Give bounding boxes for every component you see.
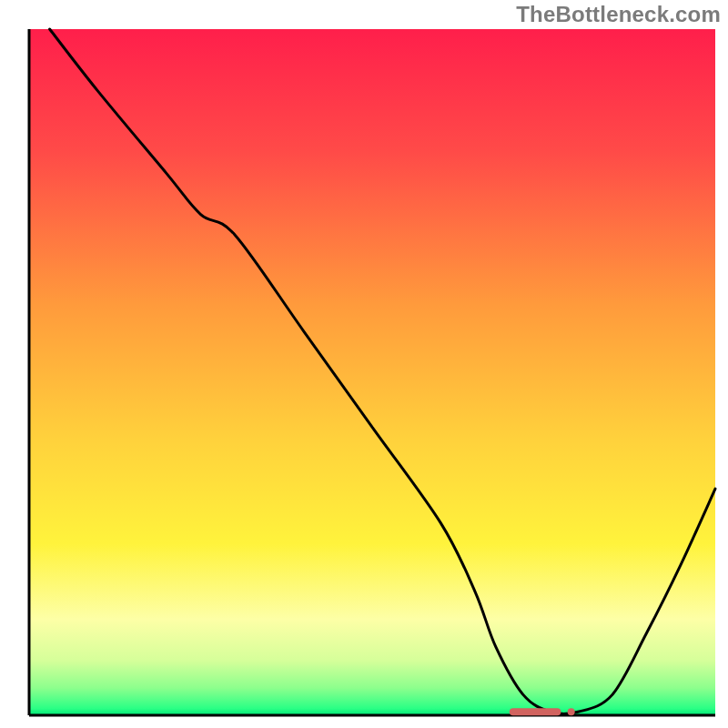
watermark-text: TheBottleneck.com xyxy=(516,2,721,27)
bottleneck-chart xyxy=(0,0,728,728)
optimal-range-bar xyxy=(510,708,561,715)
optimal-range-dot xyxy=(568,708,575,715)
